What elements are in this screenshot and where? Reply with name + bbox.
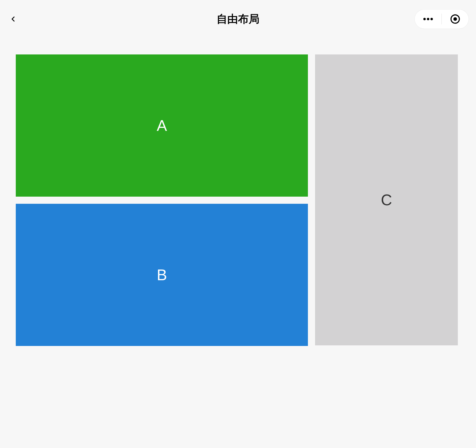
panel-a-label: A <box>157 117 167 134</box>
chevron-left-icon <box>9 15 17 23</box>
svg-point-0 <box>423 18 426 20</box>
more-button[interactable] <box>415 10 441 29</box>
panel-c: C <box>315 54 458 345</box>
panel-c-label: C <box>381 191 392 209</box>
panel-b: B <box>16 204 308 346</box>
header: 自由布局 <box>0 0 476 38</box>
target-icon <box>450 14 460 24</box>
svg-point-4 <box>453 17 457 21</box>
svg-point-1 <box>427 18 429 20</box>
svg-point-2 <box>430 18 433 20</box>
right-column: C <box>315 54 458 346</box>
more-icon <box>422 17 434 21</box>
capsule-control <box>414 9 469 29</box>
panel-b-label: B <box>157 266 167 284</box>
close-button[interactable] <box>442 10 469 29</box>
left-column: A B <box>16 54 308 346</box>
page-title: 自由布局 <box>217 12 259 26</box>
panel-a: A <box>16 54 308 197</box>
content-area: A B C <box>0 38 476 346</box>
back-button[interactable] <box>7 13 19 25</box>
